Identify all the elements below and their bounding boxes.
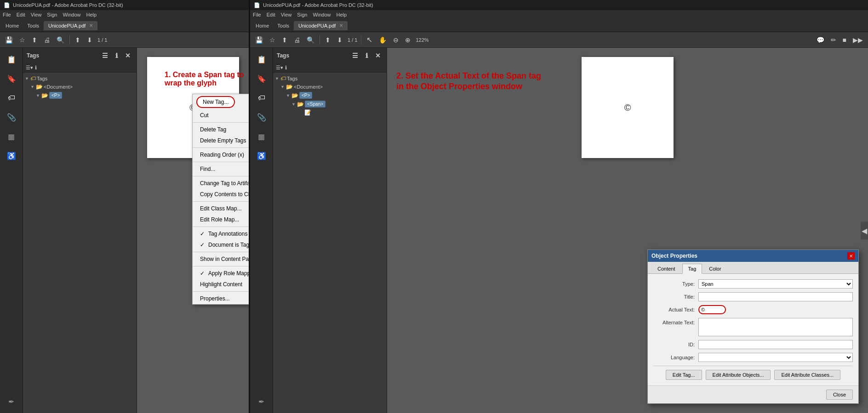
dialog-close-icon[interactable]: ✕ [847, 252, 855, 260]
left-menu-sign[interactable]: Sign [47, 12, 57, 17]
edit-tag-button[interactable]: Edit Tag... [666, 370, 702, 380]
properties-item[interactable]: Properties... [193, 293, 249, 304]
left-tab-tools[interactable]: Tools [23, 21, 43, 30]
left-menu-view[interactable]: View [31, 12, 42, 17]
show-content-panel-item[interactable]: Show in Content Panel [193, 254, 249, 265]
right-tb-save[interactable]: 💾 [253, 35, 265, 45]
right-tab-pdf[interactable]: UnicodePUA.pdf ✕ [294, 21, 348, 30]
edit-class-map-item[interactable]: Edit Class Map... [193, 203, 249, 214]
delete-tag-item[interactable]: Delete Tag [193, 124, 249, 135]
left-tb-next[interactable]: ⬇ [85, 35, 95, 45]
right-menu-window[interactable]: Window [313, 12, 331, 17]
left-sidebar-sign[interactable]: ✒ [4, 394, 19, 409]
edit-role-map-item[interactable]: Edit Role Map... [193, 214, 249, 225]
right-tb-next[interactable]: ⬇ [335, 35, 345, 45]
right-tags-paragraph[interactable]: ▼ 📂 <P> [284, 91, 387, 100]
right-tb-select[interactable]: ↖ [364, 34, 375, 45]
edit-attribute-objects-button[interactable]: Edit Attribute Objects... [706, 370, 771, 380]
right-tb-search[interactable]: 🔍 [304, 35, 317, 45]
right-sidebar-pages[interactable]: 📋 [254, 51, 269, 67]
collapse-panel-btn[interactable]: ◀ [861, 221, 868, 239]
dialog-tab-content[interactable]: Content [651, 264, 681, 273]
edit-attribute-classes-button[interactable]: Edit Attribute Classes... [774, 370, 840, 380]
left-sidebar-accessibility[interactable]: ♿ [4, 148, 19, 164]
right-menu-help[interactable]: Help [337, 12, 347, 17]
cut-menu-item[interactable]: Cut [193, 110, 249, 121]
left-sidebar-pages[interactable]: 📋 [4, 51, 19, 67]
tag-annotations-item[interactable]: ✓ Tag Annotations [193, 228, 249, 239]
find-item[interactable]: Find... [193, 164, 249, 175]
right-tb-pen[interactable]: ✏ [828, 35, 839, 45]
left-tb-print[interactable]: 🖨 [41, 35, 52, 45]
right-tb-prev[interactable]: ⬆ [323, 35, 333, 45]
new-tag-menu-item[interactable]: New Tag... [201, 98, 230, 106]
delete-empty-tags-item[interactable]: Delete Empty Tags [193, 135, 249, 146]
right-tb-bookmark[interactable]: ☆ [267, 35, 278, 45]
right-tab-tools[interactable]: Tools [274, 21, 293, 30]
right-tags-span[interactable]: ▼ 📂 <Span> [290, 100, 387, 108]
left-sidebar-attachments[interactable]: 📎 [4, 109, 19, 125]
apply-role-mapping-item[interactable]: ✓ Apply Role Mapping to Tags [193, 268, 249, 279]
left-tags-info[interactable]: ℹ [113, 51, 120, 61]
right-menu-view[interactable]: View [281, 12, 292, 17]
right-tags-document[interactable]: ▼ 📂 <Document> [279, 83, 387, 91]
right-menu-sign[interactable]: Sign [297, 12, 307, 17]
title-input[interactable] [698, 292, 853, 301]
tags-document[interactable]: ▼ 📂 <Document> [29, 83, 137, 91]
left-sidebar-tags[interactable]: 🏷 [4, 90, 19, 106]
copy-contents-item[interactable]: Copy Contents to Clipboard [193, 189, 249, 200]
right-sidebar-bookmarks[interactable]: 🔖 [254, 71, 269, 86]
right-tags-info[interactable]: ℹ [363, 51, 370, 61]
left-menu-window[interactable]: Window [63, 12, 80, 17]
left-menu-edit[interactable]: Edit [17, 12, 25, 17]
right-tb-print[interactable]: 🖨 [291, 35, 303, 45]
right-menu-edit[interactable]: Edit [267, 12, 275, 17]
alternate-text-input[interactable] [698, 318, 853, 336]
right-menu-file[interactable]: File [253, 12, 261, 17]
left-tags-tb-info[interactable]: ℹ [35, 65, 37, 71]
right-tb-zoomout[interactable]: ⊖ [391, 35, 401, 45]
right-tb-more[interactable]: ▶▶ [851, 35, 865, 45]
highlight-content-item[interactable]: Highlight Content [193, 279, 249, 290]
left-tab-pdf[interactable]: UnicodePUA.pdf ✕ [44, 21, 97, 30]
left-tab-home[interactable]: Home [2, 21, 23, 30]
right-tb-hand[interactable]: ✋ [377, 35, 389, 45]
dialog-tab-tag[interactable]: Tag [682, 264, 702, 274]
right-tb-comments[interactable]: 💬 [814, 35, 827, 45]
tags-root[interactable]: ▼ 🏷 Tags [23, 74, 137, 83]
left-tb-upload[interactable]: ⬆ [29, 35, 40, 45]
close-button[interactable]: Close [826, 390, 853, 400]
right-tags-content-item[interactable]: 📝 [297, 108, 387, 117]
right-tb-upload[interactable]: ⬆ [280, 35, 290, 45]
right-tags-close[interactable]: ✕ [373, 51, 383, 61]
doc-tagged-item[interactable]: ✓ Document is Tagged PDF [193, 239, 249, 250]
right-sidebar-accessibility[interactable]: ♿ [254, 148, 269, 164]
left-tb-search[interactable]: 🔍 [54, 35, 67, 45]
change-tag-item[interactable]: Change Tag to Artifact... [193, 178, 249, 189]
left-tb-bookmark[interactable]: ☆ [17, 35, 28, 45]
language-select[interactable] [698, 353, 853, 362]
left-menu-help[interactable]: Help [86, 12, 97, 17]
reading-order-item[interactable]: Reading Order (x) [193, 149, 249, 160]
right-tab-close[interactable]: ✕ [339, 23, 343, 28]
left-tab-close[interactable]: ✕ [89, 23, 93, 28]
type-select[interactable]: Span [698, 279, 853, 289]
right-tb-redact[interactable]: ■ [840, 35, 849, 45]
left-sidebar-bookmarks[interactable]: 🔖 [4, 71, 19, 86]
left-menu-file[interactable]: File [3, 12, 11, 17]
right-tags-root[interactable]: ▼ 🏷 Tags [273, 74, 387, 83]
left-tb-prev[interactable]: ⬆ [73, 35, 83, 45]
tags-paragraph[interactable]: ▼ 📂 <P> [34, 91, 137, 100]
id-input[interactable] [698, 340, 853, 349]
left-tags-tb-btn[interactable]: ☰▾ [26, 65, 33, 71]
left-tb-save[interactable]: 💾 [3, 35, 15, 45]
right-tags-tb-btn[interactable]: ☰▾ [276, 65, 283, 71]
left-tags-close[interactable]: ✕ [123, 51, 133, 61]
right-sidebar-tags[interactable]: 🏷 [254, 90, 269, 106]
right-tab-home[interactable]: Home [252, 21, 273, 30]
actual-text-input[interactable] [698, 305, 726, 314]
left-sidebar-layers[interactable]: ▦ [4, 129, 19, 144]
right-tb-zoomin[interactable]: ⊕ [403, 35, 413, 45]
right-sidebar-attachments[interactable]: 📎 [254, 109, 269, 125]
left-tags-menu[interactable]: ☰ [100, 51, 110, 61]
